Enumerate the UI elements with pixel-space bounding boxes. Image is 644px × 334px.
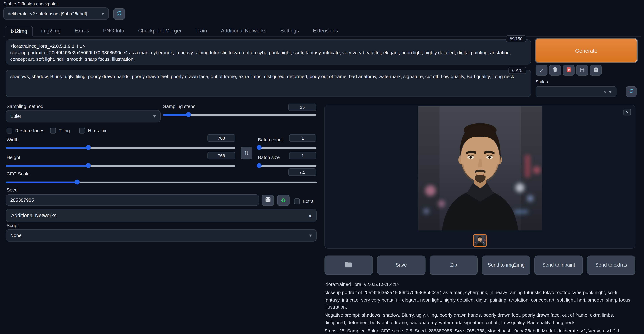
batch-count-value[interactable]: 1 (289, 134, 316, 142)
restore-faces-toggle: Restore faces (6, 128, 44, 134)
batch-size-label: Batch size (258, 155, 280, 160)
gallery-actions: Save Zip Send to img2img Send to inpaint… (324, 256, 635, 275)
extra-seed-label: Extra (303, 199, 314, 204)
clear-prompt-button[interactable] (549, 65, 561, 76)
tiling-toggle: Tiling (50, 128, 70, 134)
save-button[interactable]: Save (377, 256, 425, 275)
send-to-inpaint-button[interactable]: Send to inpaint (534, 256, 583, 275)
tiling-checkbox[interactable] (50, 128, 56, 134)
height-slider[interactable] (6, 163, 235, 168)
apply-style-button[interactable] (590, 65, 602, 76)
checkpoint-refresh-button[interactable] (114, 8, 125, 20)
accordion-collapse-icon: ◀ (308, 213, 311, 218)
tab-train[interactable]: Train (190, 26, 213, 36)
tab-txt2img[interactable]: txt2img (5, 26, 33, 36)
recycle-icon: ♻ (281, 198, 286, 203)
zip-button[interactable]: Zip (430, 256, 478, 275)
tab-extras[interactable]: Extras (69, 26, 95, 36)
generation-info: <lora:trained_lora_v2.0.5.1.9.1.4:1> clo… (324, 281, 635, 334)
seed-label: Seed (6, 187, 18, 192)
height-value[interactable]: 768 (207, 152, 235, 159)
main-tab-bar: txt2img img2img Extras PNG Info Checkpoi… (3, 26, 641, 36)
folder-icon (345, 261, 352, 269)
negative-token-counter: 60/75 (508, 67, 526, 74)
extra-networks-card-icon (566, 66, 571, 74)
tab-png-info[interactable]: PNG Info (97, 26, 130, 36)
styles-refresh-button[interactable] (626, 86, 636, 97)
tab-extensions[interactable]: Extensions (307, 26, 344, 36)
negative-prompt-input[interactable]: shadows, shadow, Blurry, ugly, tiling, p… (6, 70, 531, 97)
cfg-scale-label: CFG Scale (6, 171, 30, 176)
tab-checkpoint-merger[interactable]: Checkpoint Merger (132, 26, 187, 36)
cfg-scale-slider[interactable] (6, 180, 316, 184)
sampling-method-dropdown[interactable]: Euler (6, 110, 160, 122)
width-slider[interactable] (6, 145, 235, 150)
open-folder-button[interactable] (324, 256, 373, 275)
width-value[interactable]: 768 (207, 134, 235, 142)
styles-label: Styles (536, 79, 548, 84)
chevron-down-icon (609, 91, 612, 93)
restore-faces-checkbox[interactable] (6, 128, 12, 134)
swap-arrows-icon: ⇅ (244, 150, 249, 156)
info-params-line: Steps: 25, Sampler: Euler, CFG scale: 7.… (324, 327, 635, 334)
tab-additional-networks[interactable]: Additional Networks (215, 26, 272, 36)
hires-fix-checkbox[interactable] (79, 128, 85, 134)
gallery-close-button[interactable]: × (624, 109, 631, 115)
script-dropdown[interactable]: None (6, 229, 316, 242)
prompt-input[interactable]: <lora:trained_lora_v2.0.5.1.9.1.4:1> clo… (6, 40, 531, 64)
tiling-label: Tiling (59, 128, 70, 133)
close-icon: × (626, 110, 628, 115)
checkpoint-selected-value: deliberate_v2.safetensors [9aba26abdf] (8, 11, 87, 16)
batch-size-value[interactable]: 1 (289, 152, 316, 159)
slider-thumb (257, 145, 262, 150)
random-seed-button[interactable] (262, 195, 274, 206)
tab-img2img[interactable]: img2img (36, 26, 66, 36)
slider-thumb (186, 112, 191, 117)
generate-button[interactable]: Generate (536, 39, 637, 62)
checkpoint-dropdown[interactable]: deliberate_v2.safetensors [9aba26abdf] (3, 7, 109, 20)
tab-settings[interactable]: Settings (274, 26, 305, 36)
info-prompt-line: closeup portrait of 20ef9f463e2a45069fd7… (324, 289, 635, 311)
extra-seed-checkbox[interactable] (294, 198, 300, 204)
chevron-down-icon (309, 234, 312, 236)
styles-dropdown[interactable]: × (536, 86, 616, 97)
extra-seed-toggle: Extra (294, 198, 314, 204)
extra-networks-button[interactable] (563, 65, 575, 76)
slider-thumb (86, 163, 91, 168)
generated-image[interactable] (418, 106, 542, 230)
prompt-token-counter: 89/150 (506, 35, 526, 42)
styles-clear-icon[interactable]: × (604, 90, 606, 94)
paste-arrow-icon: ↙ (539, 68, 544, 73)
batch-count-slider[interactable] (257, 145, 316, 150)
info-lora-line: <lora:trained_lora_v2.0.5.1.9.1.4:1> (324, 281, 635, 288)
additional-networks-accordion[interactable]: Additional Networks ◀ (6, 209, 316, 222)
height-label: Height (6, 155, 20, 160)
additional-networks-accordion-label: Additional Networks (11, 213, 56, 218)
floppy-disk-icon (580, 66, 584, 74)
clipboard-icon (594, 66, 598, 74)
sampling-method-value: Euler (10, 114, 21, 119)
hires-fix-label: Hires. fix (88, 128, 106, 133)
save-style-button[interactable] (576, 65, 588, 76)
chevron-down-icon (153, 115, 156, 118)
swap-dimensions-button[interactable]: ⇅ (241, 147, 252, 159)
gallery-thumbnail-selected[interactable] (473, 234, 487, 247)
sampling-steps-value[interactable]: 25 (288, 104, 316, 111)
reuse-seed-button[interactable]: ♻ (277, 195, 290, 206)
output-gallery: × (324, 105, 635, 248)
info-negative-line: Negative prompt: shadows, shadow, Blurry… (324, 312, 635, 326)
batch-size-slider[interactable] (257, 163, 316, 168)
paste-generation-params-button[interactable]: ↙ (536, 65, 548, 76)
script-label: Script (6, 223, 18, 228)
refresh-icon (116, 10, 122, 18)
refresh-icon (628, 88, 634, 95)
sampling-steps-slider[interactable] (163, 112, 316, 117)
batch-count-label: Batch count (258, 137, 283, 142)
seed-input[interactable] (6, 194, 259, 206)
script-selected-value: None (10, 233, 22, 238)
cfg-scale-value[interactable]: 7.5 (288, 168, 316, 176)
send-to-img2img-button[interactable]: Send to img2img (482, 256, 530, 275)
slider-thumb (257, 163, 262, 168)
send-to-extras-button[interactable]: Send to extras (587, 256, 635, 275)
sampling-steps-label: Sampling steps (163, 104, 195, 109)
